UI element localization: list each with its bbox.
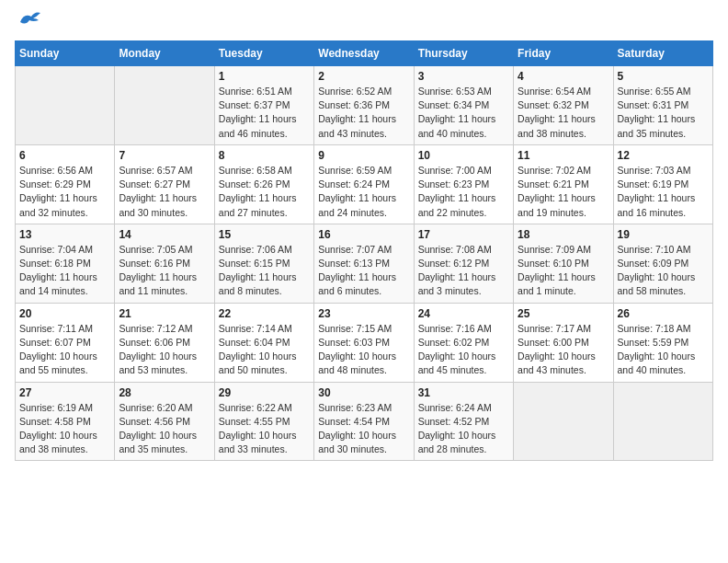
week-row-3: 13Sunrise: 7:04 AMSunset: 6:18 PMDayligh… xyxy=(16,224,713,303)
day-info: Sunrise: 7:00 AMSunset: 6:23 PMDaylight:… xyxy=(418,164,509,220)
table-cell xyxy=(514,382,613,461)
day-info: Sunrise: 7:16 AMSunset: 6:02 PMDaylight:… xyxy=(418,322,509,378)
day-number: 5 xyxy=(618,70,709,83)
table-cell: 30Sunrise: 6:23 AMSunset: 4:54 PMDayligh… xyxy=(314,382,414,461)
day-info: Sunrise: 6:19 AMSunset: 4:58 PMDaylight:… xyxy=(19,401,110,457)
day-number: 22 xyxy=(219,307,310,320)
day-info: Sunrise: 6:23 AMSunset: 4:54 PMDaylight:… xyxy=(318,401,409,457)
day-info: Sunrise: 6:20 AMSunset: 4:56 PMDaylight:… xyxy=(119,401,210,457)
day-number: 2 xyxy=(318,70,409,83)
day-number: 9 xyxy=(318,149,409,162)
header-monday: Monday xyxy=(115,41,214,66)
table-cell: 14Sunrise: 7:05 AMSunset: 6:16 PMDayligh… xyxy=(115,224,214,303)
table-cell: 27Sunrise: 6:19 AMSunset: 4:58 PMDayligh… xyxy=(16,382,115,461)
day-info: Sunrise: 7:18 AMSunset: 5:59 PMDaylight:… xyxy=(618,322,709,378)
day-number: 23 xyxy=(318,307,409,320)
table-cell xyxy=(16,66,115,145)
table-cell: 26Sunrise: 7:18 AMSunset: 5:59 PMDayligh… xyxy=(613,303,712,382)
day-info: Sunrise: 7:06 AMSunset: 6:15 PMDaylight:… xyxy=(219,243,310,299)
day-info: Sunrise: 7:09 AMSunset: 6:10 PMDaylight:… xyxy=(518,243,609,299)
day-info: Sunrise: 6:57 AMSunset: 6:27 PMDaylight:… xyxy=(119,164,210,220)
calendar-table: SundayMondayTuesdayWednesdayThursdayFrid… xyxy=(15,40,713,461)
table-cell: 10Sunrise: 7:00 AMSunset: 6:23 PMDayligh… xyxy=(414,144,513,224)
day-number: 6 xyxy=(19,149,110,162)
table-cell: 15Sunrise: 7:06 AMSunset: 6:15 PMDayligh… xyxy=(214,224,313,303)
table-cell: 13Sunrise: 7:04 AMSunset: 6:18 PMDayligh… xyxy=(16,224,115,303)
table-cell: 25Sunrise: 7:17 AMSunset: 6:00 PMDayligh… xyxy=(514,303,613,382)
day-info: Sunrise: 7:03 AMSunset: 6:19 PMDaylight:… xyxy=(618,164,709,220)
day-info: Sunrise: 7:10 AMSunset: 6:09 PMDaylight:… xyxy=(618,243,709,299)
header-thursday: Thursday xyxy=(414,41,513,66)
table-cell: 7Sunrise: 6:57 AMSunset: 6:27 PMDaylight… xyxy=(115,144,214,224)
day-info: Sunrise: 7:12 AMSunset: 6:06 PMDaylight:… xyxy=(119,322,210,378)
day-info: Sunrise: 7:11 AMSunset: 6:07 PMDaylight:… xyxy=(19,322,110,378)
day-number: 17 xyxy=(418,228,509,241)
day-info: Sunrise: 6:54 AMSunset: 6:32 PMDaylight:… xyxy=(518,85,609,141)
table-cell: 17Sunrise: 7:08 AMSunset: 6:12 PMDayligh… xyxy=(414,224,513,303)
week-row-1: 1Sunrise: 6:51 AMSunset: 6:37 PMDaylight… xyxy=(16,66,713,145)
week-row-5: 27Sunrise: 6:19 AMSunset: 4:58 PMDayligh… xyxy=(16,382,713,461)
table-cell: 4Sunrise: 6:54 AMSunset: 6:32 PMDaylight… xyxy=(514,66,613,145)
day-number: 20 xyxy=(19,307,110,320)
header-saturday: Saturday xyxy=(613,41,712,66)
day-info: Sunrise: 7:02 AMSunset: 6:21 PMDaylight:… xyxy=(518,164,609,220)
day-info: Sunrise: 6:51 AMSunset: 6:37 PMDaylight:… xyxy=(219,85,310,141)
table-cell: 31Sunrise: 6:24 AMSunset: 4:52 PMDayligh… xyxy=(414,382,513,461)
day-number: 3 xyxy=(418,70,509,83)
day-number: 7 xyxy=(119,149,210,162)
day-info: Sunrise: 6:59 AMSunset: 6:24 PMDaylight:… xyxy=(318,164,409,220)
day-number: 10 xyxy=(418,149,509,162)
week-row-4: 20Sunrise: 7:11 AMSunset: 6:07 PMDayligh… xyxy=(16,303,713,382)
day-info: Sunrise: 7:04 AMSunset: 6:18 PMDaylight:… xyxy=(19,243,110,299)
day-number: 24 xyxy=(418,307,509,320)
day-number: 14 xyxy=(119,228,210,241)
header-friday: Friday xyxy=(514,41,613,66)
day-info: Sunrise: 7:15 AMSunset: 6:03 PMDaylight:… xyxy=(318,322,409,378)
table-cell: 21Sunrise: 7:12 AMSunset: 6:06 PMDayligh… xyxy=(115,303,214,382)
day-info: Sunrise: 6:24 AMSunset: 4:52 PMDaylight:… xyxy=(418,401,509,457)
table-cell: 23Sunrise: 7:15 AMSunset: 6:03 PMDayligh… xyxy=(314,303,414,382)
week-row-2: 6Sunrise: 6:56 AMSunset: 6:29 PMDaylight… xyxy=(16,144,713,224)
table-cell: 28Sunrise: 6:20 AMSunset: 4:56 PMDayligh… xyxy=(115,382,214,461)
day-info: Sunrise: 6:56 AMSunset: 6:29 PMDaylight:… xyxy=(19,164,110,220)
page-header xyxy=(15,15,713,29)
day-info: Sunrise: 7:08 AMSunset: 6:12 PMDaylight:… xyxy=(418,243,509,299)
table-cell: 6Sunrise: 6:56 AMSunset: 6:29 PMDaylight… xyxy=(16,144,115,224)
weekday-header-row: SundayMondayTuesdayWednesdayThursdayFrid… xyxy=(16,41,713,66)
day-number: 26 xyxy=(618,307,709,320)
day-number: 11 xyxy=(518,149,609,162)
day-info: Sunrise: 7:07 AMSunset: 6:13 PMDaylight:… xyxy=(318,243,409,299)
day-info: Sunrise: 7:05 AMSunset: 6:16 PMDaylight:… xyxy=(119,243,210,299)
day-number: 19 xyxy=(618,228,709,241)
header-wednesday: Wednesday xyxy=(314,41,414,66)
day-number: 1 xyxy=(219,70,310,83)
day-info: Sunrise: 6:22 AMSunset: 4:55 PMDaylight:… xyxy=(219,401,310,457)
day-info: Sunrise: 7:14 AMSunset: 6:04 PMDaylight:… xyxy=(219,322,310,378)
day-info: Sunrise: 6:58 AMSunset: 6:26 PMDaylight:… xyxy=(219,164,310,220)
table-cell: 19Sunrise: 7:10 AMSunset: 6:09 PMDayligh… xyxy=(613,224,712,303)
day-number: 18 xyxy=(518,228,609,241)
table-cell: 24Sunrise: 7:16 AMSunset: 6:02 PMDayligh… xyxy=(414,303,513,382)
day-number: 13 xyxy=(19,228,110,241)
table-cell xyxy=(115,66,214,145)
day-number: 25 xyxy=(518,307,609,320)
table-cell: 9Sunrise: 6:59 AMSunset: 6:24 PMDaylight… xyxy=(314,144,414,224)
day-number: 31 xyxy=(418,386,509,399)
day-number: 16 xyxy=(318,228,409,241)
table-cell: 8Sunrise: 6:58 AMSunset: 6:26 PMDaylight… xyxy=(214,144,313,224)
header-tuesday: Tuesday xyxy=(214,41,313,66)
logo xyxy=(15,15,42,29)
table-cell: 3Sunrise: 6:53 AMSunset: 6:34 PMDaylight… xyxy=(414,66,513,145)
day-number: 15 xyxy=(219,228,310,241)
table-cell: 20Sunrise: 7:11 AMSunset: 6:07 PMDayligh… xyxy=(16,303,115,382)
day-info: Sunrise: 6:55 AMSunset: 6:31 PMDaylight:… xyxy=(618,85,709,141)
day-number: 8 xyxy=(219,149,310,162)
day-info: Sunrise: 7:17 AMSunset: 6:00 PMDaylight:… xyxy=(518,322,609,378)
table-cell: 18Sunrise: 7:09 AMSunset: 6:10 PMDayligh… xyxy=(514,224,613,303)
day-number: 29 xyxy=(219,386,310,399)
table-cell: 11Sunrise: 7:02 AMSunset: 6:21 PMDayligh… xyxy=(514,144,613,224)
day-info: Sunrise: 6:52 AMSunset: 6:36 PMDaylight:… xyxy=(318,85,409,141)
table-cell: 2Sunrise: 6:52 AMSunset: 6:36 PMDaylight… xyxy=(314,66,414,145)
logo-bird-icon xyxy=(17,9,42,29)
header-sunday: Sunday xyxy=(16,41,115,66)
